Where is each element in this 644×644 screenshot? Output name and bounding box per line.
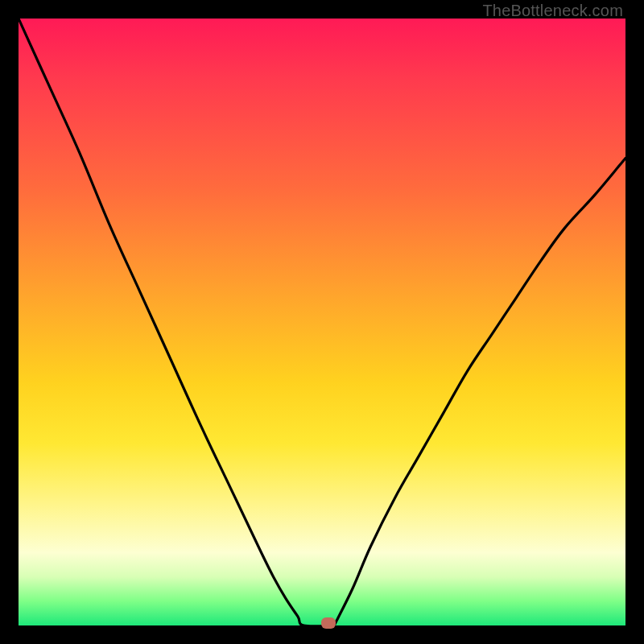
curve-right <box>334 158 625 625</box>
curve-left <box>19 19 334 625</box>
optimum-marker <box>321 617 336 629</box>
plot-area <box>19 19 625 625</box>
watermark-text: TheBottleneck.com <box>482 2 623 20</box>
chart-frame: TheBottleneck.com <box>0 0 644 644</box>
bottleneck-curve <box>19 19 625 625</box>
